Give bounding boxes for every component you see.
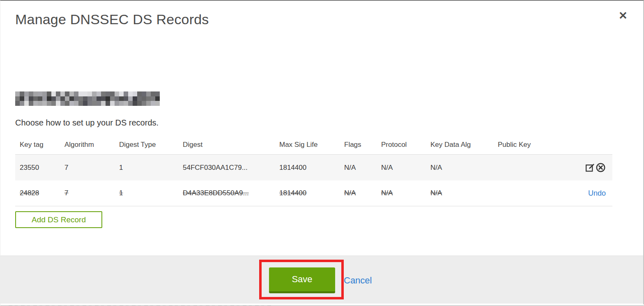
- cell-key-tag: 23550: [15, 164, 64, 172]
- column-header-public-key: Public Key: [498, 141, 547, 149]
- cancel-link[interactable]: Cancel: [344, 275, 372, 286]
- column-header-algorithm: Algorithm: [64, 141, 119, 149]
- cell-flags: N/A: [344, 164, 381, 172]
- edit-record-button[interactable]: [584, 162, 595, 173]
- close-icon[interactable]: ✕: [616, 8, 630, 23]
- manage-dnssec-dialog: Manage DNSSEC DS Records ✕ Choose how to…: [0, 0, 644, 306]
- cell-key-data-alg: N/A: [430, 189, 498, 197]
- column-header-max-sig-life: Max Sig Life: [279, 141, 344, 149]
- cell-algorithm: 7: [64, 164, 119, 172]
- undo-link[interactable]: Undo: [588, 189, 606, 198]
- page-title: Manage DNSSEC DS Records: [15, 11, 209, 27]
- table-row: 23550 7 1 54FCF030AA1C79... 1814400 N/A …: [15, 155, 612, 180]
- cell-max-sig-life: 1814400: [279, 189, 344, 197]
- circle-x-icon: [596, 162, 606, 173]
- column-header-digest: Digest: [183, 141, 279, 149]
- table-header-row: Key tag Algorithm Digest Type Digest Max…: [15, 135, 612, 155]
- column-header-digest-type: Digest Type: [119, 141, 183, 149]
- column-header-key-data-alg: Key Data Alg: [430, 141, 498, 149]
- cell-digest-type: 1: [119, 164, 183, 172]
- cell-algorithm: 7: [64, 189, 119, 197]
- cell-digest: D4A33E8DD550A9...: [183, 189, 279, 197]
- dialog-footer: Save Cancel: [0, 256, 643, 304]
- column-header-key-tag: Key tag: [15, 141, 64, 149]
- cell-max-sig-life: 1814400: [279, 164, 344, 172]
- cell-key-tag: 24828: [15, 189, 64, 197]
- column-header-protocol: Protocol: [381, 141, 430, 149]
- add-ds-record-button[interactable]: Add DS Record: [15, 211, 102, 228]
- redacted-domain-name: [15, 91, 160, 106]
- ds-records-table: Key tag Algorithm Digest Type Digest Max…: [15, 135, 612, 206]
- cell-key-data-alg: N/A: [430, 164, 498, 172]
- intro-text: Choose how to set up your DS records.: [15, 118, 159, 128]
- cell-flags: N/A: [344, 189, 381, 197]
- background-page-edge: [0, 304, 644, 306]
- cell-digest: 54FCF030AA1C79...: [183, 164, 279, 172]
- cell-digest-type: 1: [119, 189, 183, 197]
- delete-record-icon[interactable]: [595, 162, 606, 173]
- edit-pencil-icon: [585, 162, 595, 173]
- cell-protocol: N/A: [381, 164, 430, 172]
- column-header-flags: Flags: [344, 141, 381, 149]
- save-button[interactable]: Save: [269, 267, 335, 293]
- cell-protocol: N/A: [381, 189, 430, 197]
- table-row-marked-for-deletion: 24828 7 1 D4A33E8DD550A9... 1814400 N/A …: [15, 180, 612, 206]
